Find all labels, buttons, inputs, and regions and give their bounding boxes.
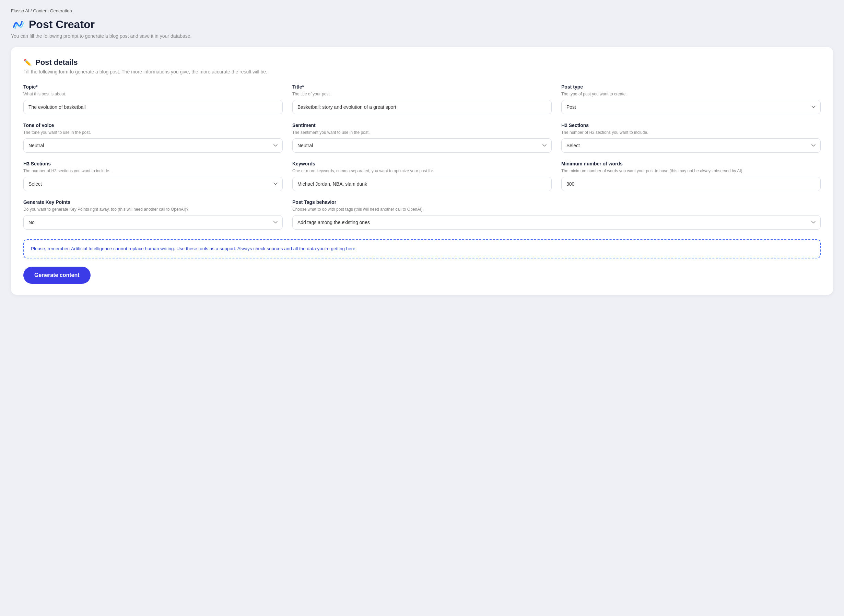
min-words-input[interactable] [561,177,821,191]
title-label: Title* [292,84,552,89]
card-subtitle: Fill the following form to generate a bl… [23,69,821,75]
post-tags-hint: Choose what to do with post tags (this w… [292,207,821,212]
page-title: Post Creator [29,18,95,31]
generate-button[interactable]: Generate content [23,267,91,284]
sentiment-select[interactable]: Neutral Positive Negative [292,138,552,153]
sentiment-hint: The sentiment you want to use in the pos… [292,130,552,135]
title-input[interactable] [292,100,552,114]
topic-input[interactable] [23,100,283,114]
topic-label: Topic* [23,84,283,89]
pencil-icon: ✏️ [23,58,32,67]
tone-hint: The tone you want to use in the post. [23,130,283,135]
key-points-hint: Do you want to generate Key Points right… [23,207,283,212]
post-type-label: Post type [561,84,821,89]
post-details-card: ✏️ Post details Fill the following form … [11,47,833,295]
breadcrumb: Flusso AI / Content Generation [11,8,833,13]
info-banner-text: Please, remember: Artificial Intelligenc… [31,245,813,252]
topic-hint: What this post is about. [23,92,283,97]
info-banner: Please, remember: Artificial Intelligenc… [23,239,821,258]
sentiment-group: Sentiment The sentiment you want to use … [292,123,552,153]
post-type-hint: The type of post you want to create. [561,92,821,97]
post-tags-label: Post Tags behavior [292,199,821,205]
tone-select[interactable]: Neutral Formal Casual Friendly [23,138,283,153]
tone-group: Tone of voice The tone you want to use i… [23,123,283,153]
post-type-select[interactable]: Post Article Guide [561,100,821,114]
h3-sections-group: H3 Sections The number of H3 sections yo… [23,161,283,191]
h3-sections-select[interactable]: Select 1 2 3 4 5 [23,177,283,191]
key-points-label: Generate Key Points [23,199,283,205]
card-title: Post details [35,58,78,67]
page-subtitle: You can fill the following prompt to gen… [11,33,833,39]
h2-sections-select[interactable]: Select 1 2 3 4 5 [561,138,821,153]
min-words-hint: The minimum number of words you want you… [561,169,821,173]
h2-sections-group: H2 Sections The number of H2 sections yo… [561,123,821,153]
key-points-group: Generate Key Points Do you want to gener… [23,199,283,230]
logo-icon [11,18,25,31]
h2-sections-label: H2 Sections [561,123,821,128]
keywords-hint: One or more keywords, comma separated, y… [292,169,552,173]
title-group: Title* The title of your post. [292,84,552,114]
tone-label: Tone of voice [23,123,283,128]
title-hint: The title of your post. [292,92,552,97]
keywords-group: Keywords One or more keywords, comma sep… [292,161,552,191]
sentiment-label: Sentiment [292,123,552,128]
post-type-group: Post type The type of post you want to c… [561,84,821,114]
topic-group: Topic* What this post is about. [23,84,283,114]
key-points-select[interactable]: No Yes [23,215,283,230]
min-words-group: Minimum number of words The minimum numb… [561,161,821,191]
post-tags-select[interactable]: Add tags among the existing ones Replace… [292,215,821,230]
keywords-input[interactable] [292,177,552,191]
keywords-label: Keywords [292,161,552,166]
h3-sections-hint: The number of H3 sections you want to in… [23,169,283,173]
min-words-label: Minimum number of words [561,161,821,166]
post-tags-group: Post Tags behavior Choose what to do wit… [292,199,821,230]
h3-sections-label: H3 Sections [23,161,283,166]
h2-sections-hint: The number of H2 sections you want to in… [561,130,821,135]
